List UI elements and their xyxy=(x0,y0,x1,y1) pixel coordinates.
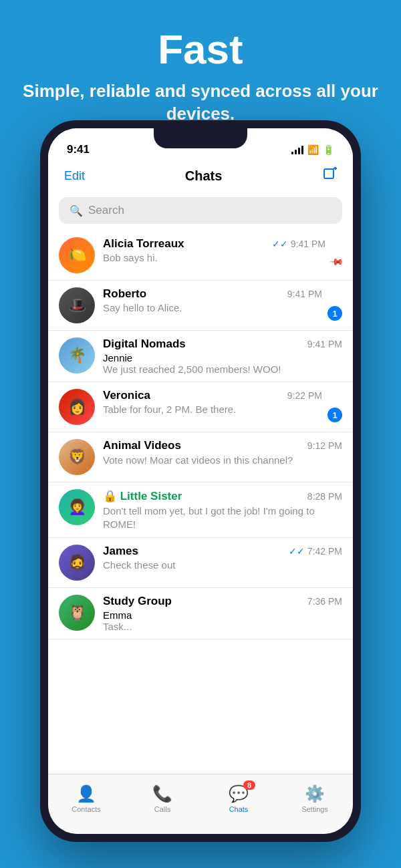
chat-time-veronica: 9:22 PM xyxy=(287,390,322,401)
chat-preview-james: Check these out xyxy=(103,559,290,571)
chat-time-james: ✓✓ 7:42 PM xyxy=(289,546,342,557)
tab-settings[interactable]: ⚙️ Settings xyxy=(277,784,353,813)
chat-meta-alicia: 📌 xyxy=(331,237,342,267)
chat-name-sister: 🔒 Little Sister xyxy=(103,489,182,503)
chat-content-veronica: Veronica 9:22 PM Table for four, 2 PM. B… xyxy=(103,389,322,415)
avatar-sister: 👩‍🦱 xyxy=(59,489,95,525)
pin-icon-alicia: 📌 xyxy=(329,253,344,269)
avatar-study: 🦉 xyxy=(59,595,95,631)
status-time: 9:41 xyxy=(67,143,90,156)
chat-preview-roberto: Say hello to Alice. xyxy=(103,302,290,313)
chat-content-roberto: Roberto 9:41 PM Say hello to Alice. xyxy=(103,287,322,313)
chat-name-james: James xyxy=(103,545,138,558)
chat-name-digital: Digital Nomads xyxy=(103,337,186,351)
chats-tab-wrapper: 💬 8 xyxy=(229,784,249,803)
chat-item-sister[interactable]: 👩‍🦱 🔒 Little Sister 8:28 PM Don't tell m… xyxy=(48,482,353,538)
chat-preview-alicia: Bob says hi. xyxy=(103,252,290,263)
edit-button[interactable]: Edit xyxy=(64,169,85,183)
chat-item-study[interactable]: 🦉 Study Group 7:36 PM Emma Task... xyxy=(48,588,353,639)
nav-title: Chats xyxy=(185,168,223,184)
chat-content-alicia: Alicia Torreaux ✓✓ 9:41 PM Bob says hi. xyxy=(103,237,325,263)
phone-frame: 9:41 📶 🔋 Edit Chats xyxy=(40,120,361,842)
tab-calls[interactable]: 📞 Calls xyxy=(124,784,200,813)
calls-icon: 📞 xyxy=(152,784,172,803)
battery-icon: 🔋 xyxy=(323,144,334,155)
chat-preview-sister: Don't tell mom yet, but I got the job! I… xyxy=(103,504,342,531)
chat-content-digital: Digital Nomads 9:41 PM Jennie We just re… xyxy=(103,337,342,375)
chat-item-digital[interactable]: 🌴 Digital Nomads 9:41 PM Jennie We just … xyxy=(48,331,353,382)
chat-time-roberto: 9:41 PM xyxy=(287,289,322,299)
nav-bar: Edit Chats xyxy=(48,162,353,192)
chats-unread-badge: 8 xyxy=(243,780,255,790)
avatar-alicia: 🍋 xyxy=(59,237,95,273)
avatar-animal: 🦁 xyxy=(59,439,95,475)
tab-chats[interactable]: 💬 8 Chats xyxy=(200,784,277,813)
chat-preview-study: Emma Task... xyxy=(103,609,342,632)
search-bar[interactable]: 🔍 Search xyxy=(59,197,342,224)
chat-name-alicia: Alicia Torreaux xyxy=(103,237,184,251)
avatar-roberto: 🎩 xyxy=(59,287,95,323)
lock-icon-sister: 🔒 xyxy=(103,490,120,502)
compose-button[interactable] xyxy=(322,167,337,185)
search-icon: 🔍 xyxy=(70,204,83,217)
chat-name-veronica: Veronica xyxy=(103,389,150,402)
unread-badge-roberto: 1 xyxy=(327,306,342,321)
contacts-icon: 👤 xyxy=(76,784,96,803)
chat-time-animal: 9:12 PM xyxy=(307,440,342,451)
hero-title: Fast xyxy=(13,27,388,72)
chat-preview-veronica: Table for four, 2 PM. Be there. xyxy=(103,404,290,415)
chat-time-study: 7:36 PM xyxy=(307,596,342,607)
avatar-veronica: 👩 xyxy=(59,389,95,425)
signal-bar-2 xyxy=(295,150,297,154)
chat-meta-veronica: 1 xyxy=(327,389,342,422)
phone-notch xyxy=(154,128,247,148)
chat-preview-animal: Vote now! Moar cat videos in this channe… xyxy=(103,454,342,467)
chat-name-roberto: Roberto xyxy=(103,287,146,301)
hero-section: Fast Simple, reliable and synced across … xyxy=(0,0,401,139)
tab-contacts[interactable]: 👤 Contacts xyxy=(48,784,124,813)
tab-chats-label: Chats xyxy=(229,805,249,813)
chat-time-digital: 9:41 PM xyxy=(307,339,342,349)
signal-bar-4 xyxy=(301,146,303,154)
chat-meta-roberto: 1 xyxy=(327,287,342,321)
chat-time-sister: 8:28 PM xyxy=(307,491,342,502)
chat-content-sister: 🔒 Little Sister 8:28 PM Don't tell mom y… xyxy=(103,489,342,531)
chat-preview-digital: Jennie We just reached 2,500 members! WO… xyxy=(103,352,342,375)
avatar-james: 🧔 xyxy=(59,545,95,581)
chat-item-james[interactable]: 🧔 James ✓✓ 7:42 PM Check these out xyxy=(48,538,353,588)
svg-rect-0 xyxy=(324,169,333,178)
wifi-icon: 📶 xyxy=(307,144,319,155)
chat-item-veronica[interactable]: 👩 Veronica 9:22 PM Table for four, 2 PM.… xyxy=(48,382,353,432)
unread-badge-veronica: 1 xyxy=(327,408,342,422)
phone-screen: 9:41 📶 🔋 Edit Chats xyxy=(48,128,353,834)
chat-name-animal: Animal Videos xyxy=(103,439,181,452)
chat-content-james: James ✓✓ 7:42 PM Check these out xyxy=(103,545,342,571)
settings-icon: ⚙️ xyxy=(305,784,325,803)
signal-bar-1 xyxy=(291,152,293,154)
signal-bar-3 xyxy=(298,148,300,154)
tab-settings-label: Settings xyxy=(301,805,328,813)
chat-item-roberto[interactable]: 🎩 Roberto 9:41 PM Say hello to Alice. 1 xyxy=(48,281,353,331)
chat-list: 🍋 Alicia Torreaux ✓✓ 9:41 PM Bob says hi… xyxy=(48,231,353,809)
chat-content-animal: Animal Videos 9:12 PM Vote now! Moar cat… xyxy=(103,439,342,467)
tab-contacts-label: Contacts xyxy=(72,805,100,813)
chat-item-alicia[interactable]: 🍋 Alicia Torreaux ✓✓ 9:41 PM Bob says hi… xyxy=(48,231,353,281)
chat-content-study: Study Group 7:36 PM Emma Task... xyxy=(103,595,342,632)
signal-icon xyxy=(291,145,303,154)
avatar-digital: 🌴 xyxy=(59,337,95,374)
chat-item-animal[interactable]: 🦁 Animal Videos 9:12 PM Vote now! Moar c… xyxy=(48,432,353,482)
tab-calls-label: Calls xyxy=(154,805,170,813)
chat-time-alicia: ✓✓ 9:41 PM xyxy=(272,239,325,249)
tab-bar: 👤 Contacts 📞 Calls 💬 8 Chats ⚙️ Settings xyxy=(48,774,353,834)
status-icons: 📶 🔋 xyxy=(291,144,334,155)
hero-subtitle: Simple, reliable and synced across all y… xyxy=(13,80,388,126)
chat-name-study: Study Group xyxy=(103,595,172,608)
search-placeholder: Search xyxy=(88,204,124,217)
